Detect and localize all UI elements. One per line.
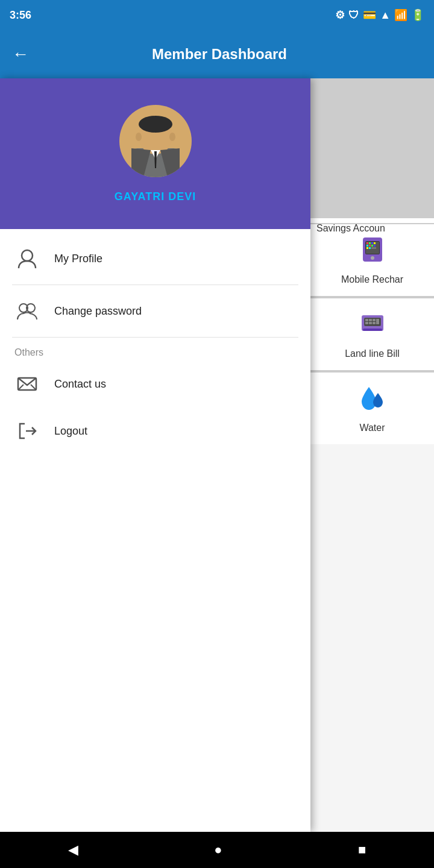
menu-item-my-profile[interactable]: My Profile bbox=[0, 235, 310, 282]
my-profile-label: My Profile bbox=[54, 253, 102, 265]
svg-point-35 bbox=[22, 250, 33, 261]
landline-bill-icon bbox=[358, 309, 387, 344]
svg-line-40 bbox=[31, 385, 36, 390]
logout-label: Logout bbox=[54, 425, 87, 438]
app-header: ← Member Dashboard bbox=[0, 30, 434, 78]
svg-rect-6 bbox=[374, 242, 376, 244]
mobile-recharge-icon bbox=[358, 235, 387, 269]
person-icon bbox=[14, 246, 40, 271]
wallet-icon: 💳 bbox=[363, 8, 376, 22]
status-bar: 3:56 ⚙ 🛡 💳 ▲ 📶 🔋 bbox=[0, 0, 434, 30]
avatar bbox=[119, 105, 192, 183]
main-area: Savings Accoun bbox=[0, 78, 434, 832]
water-label: Water bbox=[359, 423, 385, 433]
shield-icon: 🛡 bbox=[348, 9, 359, 22]
battery-icon: 🔋 bbox=[411, 8, 424, 22]
back-button[interactable]: ← bbox=[12, 45, 29, 64]
svg-rect-12 bbox=[369, 247, 371, 249]
divider-2 bbox=[12, 337, 298, 338]
svg-rect-21 bbox=[365, 322, 368, 324]
settings-icon: ⚙ bbox=[335, 8, 345, 22]
wifi-icon: ▲ bbox=[380, 9, 391, 22]
svg-rect-20 bbox=[373, 319, 376, 321]
svg-point-29 bbox=[136, 133, 142, 141]
svg-rect-23 bbox=[373, 322, 376, 324]
svg-rect-24 bbox=[376, 319, 379, 324]
svg-line-39 bbox=[18, 385, 24, 390]
nav-back-button[interactable]: ◀ bbox=[68, 842, 78, 858]
mail-icon bbox=[14, 371, 40, 397]
avatar-illustration bbox=[119, 105, 192, 177]
svg-rect-4 bbox=[369, 242, 371, 244]
svg-rect-18 bbox=[365, 319, 368, 321]
menu-item-contact-us[interactable]: Contact us bbox=[0, 360, 310, 407]
water-icon bbox=[357, 383, 388, 418]
status-icons: ⚙ 🛡 💳 ▲ 📶 🔋 bbox=[335, 8, 424, 22]
mobile-recharge-section[interactable]: Mobile Rechar bbox=[310, 223, 434, 296]
svg-rect-11 bbox=[366, 247, 368, 249]
nav-home-button[interactable]: ● bbox=[214, 842, 222, 858]
divider-1 bbox=[12, 285, 298, 285]
group-icon bbox=[14, 298, 40, 324]
svg-rect-13 bbox=[371, 247, 376, 249]
svg-rect-9 bbox=[371, 245, 373, 247]
drawer: GAYATRI DEVI My Profile bbox=[0, 78, 310, 832]
drawer-menu: My Profile Change password O bbox=[0, 229, 310, 832]
svg-rect-3 bbox=[366, 242, 368, 244]
change-password-label: Change password bbox=[54, 305, 142, 318]
svg-point-28 bbox=[139, 116, 172, 133]
landline-bill-section[interactable]: Land line Bill bbox=[310, 297, 434, 370]
menu-item-change-password[interactable]: Change password bbox=[0, 288, 310, 335]
svg-rect-25 bbox=[363, 329, 382, 331]
signal-icon: 📶 bbox=[394, 8, 407, 22]
nav-recent-button[interactable]: ■ bbox=[358, 842, 366, 858]
nav-bar: ◀ ● ■ bbox=[0, 832, 434, 868]
contact-us-label: Contact us bbox=[54, 378, 106, 391]
svg-rect-5 bbox=[371, 242, 373, 244]
svg-point-30 bbox=[169, 133, 175, 141]
svg-rect-22 bbox=[369, 322, 372, 324]
status-time-area: 3:56 bbox=[10, 9, 31, 22]
menu-item-logout[interactable]: Logout bbox=[0, 407, 310, 454]
profile-name: GAYATRI DEVI bbox=[115, 190, 196, 203]
svg-rect-8 bbox=[369, 245, 371, 247]
right-panel: Savings Accoun bbox=[310, 78, 434, 832]
landline-bill-label: Land line Bill bbox=[345, 348, 400, 359]
mobile-recharge-label: Mobile Rechar bbox=[341, 274, 403, 285]
right-panel-top: Savings Accoun bbox=[310, 78, 434, 223]
svg-rect-7 bbox=[366, 245, 368, 247]
water-section[interactable]: Water bbox=[310, 371, 434, 444]
drawer-profile: GAYATRI DEVI bbox=[0, 78, 310, 229]
logout-icon bbox=[14, 418, 40, 444]
svg-rect-10 bbox=[374, 245, 376, 247]
page-title: Member Dashboard bbox=[41, 46, 398, 63]
status-time: 3:56 bbox=[10, 9, 31, 22]
svg-rect-19 bbox=[369, 319, 372, 321]
others-section-label: Others bbox=[0, 340, 310, 360]
svg-point-14 bbox=[371, 256, 374, 260]
